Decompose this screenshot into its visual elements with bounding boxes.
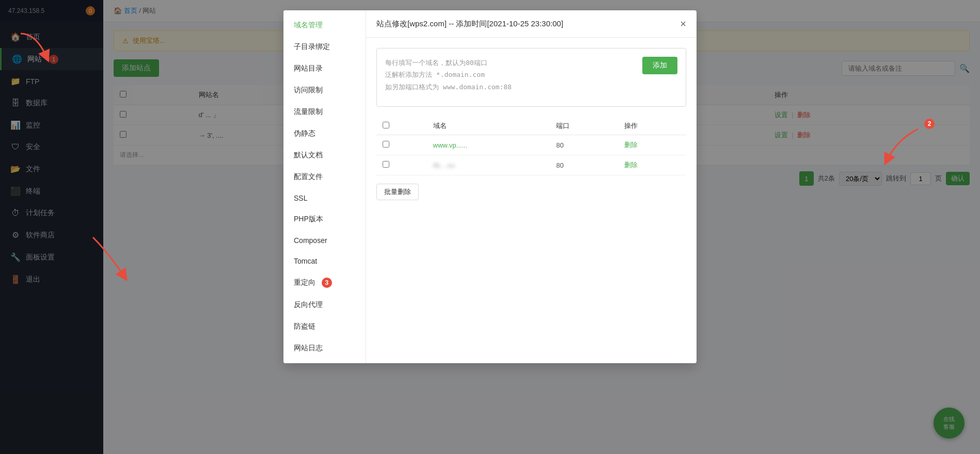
domain-row-check-1 xyxy=(376,135,427,155)
domain-action-2: 删除 xyxy=(618,155,686,175)
domain-action-1: 删除 xyxy=(618,135,686,155)
modal-item-proxy[interactable]: 反向代理 xyxy=(283,294,366,316)
modal-item-hotlink[interactable]: 防盗链 xyxy=(283,316,366,337)
modal-item-config[interactable]: 配置文件 xyxy=(283,166,366,188)
modal-close-button[interactable]: × xyxy=(680,19,686,29)
modal-item-access[interactable]: 访问限制 xyxy=(283,79,366,101)
modal-item-php[interactable]: PHP版本 xyxy=(283,208,366,230)
add-domain-button[interactable]: 添加 xyxy=(642,57,677,74)
badge-3: 3 xyxy=(322,278,332,288)
domain-col-check xyxy=(376,117,427,135)
domain-port-2: 80 xyxy=(550,155,618,175)
modal-item-static[interactable]: 伪静态 xyxy=(283,123,366,144)
domain-row-2: fib....eu 80 删除 xyxy=(376,155,686,175)
domain-name-1: www.vp...... xyxy=(427,135,550,155)
modal-item-traffic[interactable]: 流量限制 xyxy=(283,101,366,123)
domain-col-name: 域名 xyxy=(427,117,550,135)
domain-delete-1[interactable]: 删除 xyxy=(624,141,638,149)
modal-item-ssl[interactable]: SSL xyxy=(283,188,366,208)
domain-table: 域名 端口 操作 www.vp...... 80 删除 xyxy=(376,117,686,175)
modal-item-tomcat[interactable]: Tomcat xyxy=(283,251,366,271)
domain-select-all[interactable] xyxy=(383,122,389,128)
batch-delete-button[interactable]: 批量删除 xyxy=(376,184,419,200)
modal-item-subdir[interactable]: 子目录绑定 xyxy=(283,36,366,58)
domain-col-ops: 操作 xyxy=(618,117,686,135)
domain-name-2: fib....eu xyxy=(427,155,550,175)
modal-body: 站点修改[wps2.com] -- 添加时间[2021-10-25 23:30:… xyxy=(366,10,697,363)
domain-row-check-2 xyxy=(376,155,427,175)
modal-sidebar: 域名管理 子目录绑定 网站目录 访问限制 流量限制 伪静态 默认文档 配置文件 … xyxy=(283,10,366,363)
modal-overlay: 域名管理 子目录绑定 网站目录 访问限制 流量限制 伪静态 默认文档 配置文件 … xyxy=(0,0,980,454)
modal-item-log[interactable]: 网站日志 xyxy=(283,337,366,359)
batch-actions: 批量删除 xyxy=(376,184,686,200)
domain-delete-2[interactable]: 删除 xyxy=(624,161,638,169)
domain-add-textarea[interactable]: 每行填写一个域名，默认为80端口 泛解析添加方法 *.domain.com 如另… xyxy=(385,57,634,98)
modal-header: 站点修改[wps2.com] -- 添加时间[2021-10-25 23:30:… xyxy=(366,10,697,38)
domain-checkbox-1[interactable] xyxy=(383,141,389,148)
modal: 域名管理 子目录绑定 网站目录 访问限制 流量限制 伪静态 默认文档 配置文件 … xyxy=(283,10,697,363)
modal-content-area: 每行填写一个域名，默认为80端口 泛解析添加方法 *.domain.com 如另… xyxy=(366,38,697,363)
modal-item-default-doc[interactable]: 默认文档 xyxy=(283,144,366,166)
domain-add-box: 每行填写一个域名，默认为80端口 泛解析添加方法 *.domain.com 如另… xyxy=(376,48,686,107)
domain-row-1: www.vp...... 80 删除 xyxy=(376,135,686,155)
domain-col-port: 端口 xyxy=(550,117,618,135)
domain-port-1: 80 xyxy=(550,135,618,155)
modal-item-dir[interactable]: 网站目录 xyxy=(283,58,366,79)
modal-item-domain[interactable]: 域名管理 xyxy=(283,14,366,36)
modal-item-redirect[interactable]: 重定向 3 xyxy=(283,271,366,294)
modal-title: 站点修改[wps2.com] -- 添加时间[2021-10-25 23:30:… xyxy=(376,19,563,29)
modal-item-composer[interactable]: Composer xyxy=(283,230,366,251)
domain-checkbox-2[interactable] xyxy=(383,161,389,168)
